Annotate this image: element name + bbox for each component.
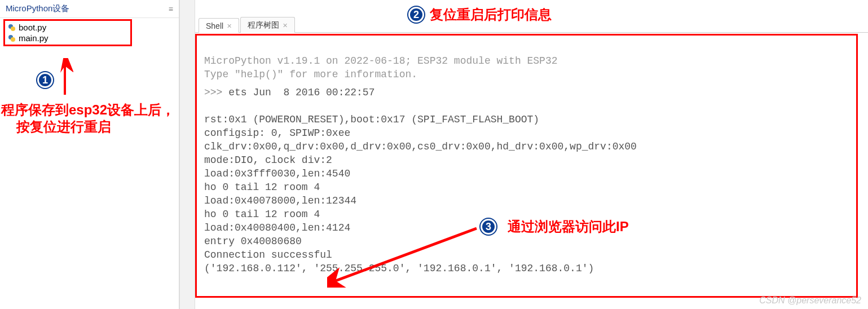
badge-3: 3 — [481, 219, 496, 235]
shell-banner-2: Type "help()" for more information. — [204, 69, 417, 80]
annotation-1: 程序保存到esp32设备上后， 按复位进行重启 — [1, 101, 175, 135]
svg-point-3 — [11, 37, 15, 42]
file-name: boot.py — [19, 23, 46, 32]
tab-program-tree[interactable]: 程序树图 ✕ — [240, 17, 295, 33]
shell-prompt-symbol: >>> — [204, 87, 228, 98]
file-item-boot[interactable]: boot.py — [7, 22, 128, 33]
annotation-3: 通过浏览器访问此IP — [508, 218, 629, 236]
watermark: CSDN @perseverance52 — [759, 295, 861, 306]
python-file-icon — [7, 23, 16, 32]
shell-banner-1: MicroPython v1.19.1 on 2022-06-18; ESP32… — [204, 55, 558, 67]
device-panel-title: MicroPython设备 — [6, 3, 69, 14]
close-icon[interactable]: ✕ — [283, 22, 288, 29]
shell-area: Shell ✕ 程序树图 ✕ MicroPython v1.19.1 on 20… — [195, 0, 868, 309]
device-panel: MicroPython设备 ≡ boot.py main.py — [0, 0, 179, 309]
shell-prompt-text: ets Jun 8 2016 00:22:57 — [228, 87, 374, 98]
shell-content[interactable]: MicroPython v1.19.1 on 2022-06-18; ESP32… — [195, 33, 868, 297]
badge-2: 2 — [408, 7, 424, 23]
device-panel-header: MicroPython设备 ≡ — [0, 0, 179, 18]
badge-1: 1 — [37, 72, 53, 88]
svg-point-1 — [11, 27, 15, 31]
panel-menu-icon[interactable]: ≡ — [169, 5, 173, 14]
tab-label: Shell — [206, 21, 223, 30]
file-name: main.py — [19, 33, 49, 43]
tab-shell[interactable]: Shell ✕ — [199, 18, 239, 33]
python-file-icon — [7, 34, 16, 43]
tab-label: 程序树图 — [248, 20, 279, 30]
panel-separator[interactable] — [179, 0, 195, 309]
close-icon[interactable]: ✕ — [227, 23, 232, 30]
file-list: boot.py main.py — [3, 19, 132, 46]
annotation-2: 复位重启后打印信息 — [430, 6, 552, 24]
shell-output-body: rst:0x1 (POWERON_RESET),boot:0x17 (SPI_F… — [204, 114, 637, 274]
file-item-main[interactable]: main.py — [7, 33, 128, 43]
